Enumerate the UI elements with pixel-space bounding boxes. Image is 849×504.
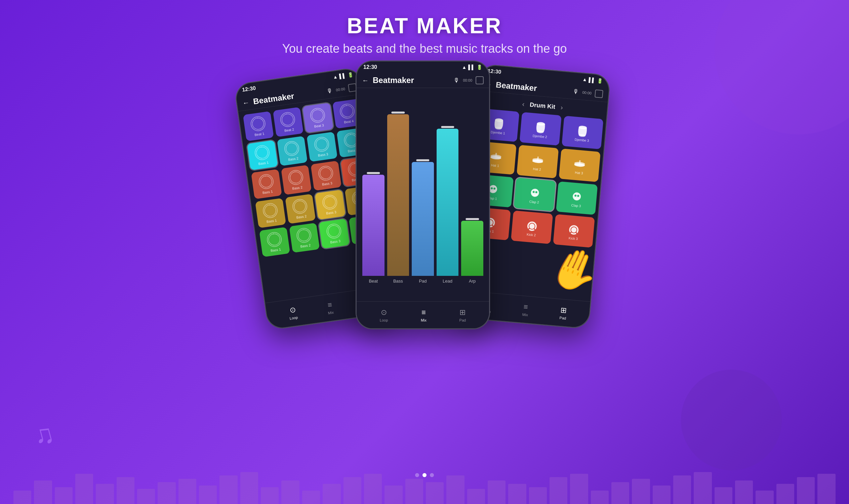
nav-loop-center[interactable]: ⊙ Loop (380, 308, 388, 322)
rec-button-right[interactable] (595, 89, 603, 98)
mix-label-pad: Pad (419, 278, 426, 284)
loop-label-nav: Loop (289, 315, 298, 320)
battery-icon-center: 🔋 (477, 65, 482, 70)
app-title-center: Beatmaker (373, 76, 454, 85)
mix-bar-lead[interactable] (437, 129, 459, 276)
mix-bar-arp[interactable] (461, 221, 483, 276)
drum-cell-hat2[interactable]: Hat 2 (517, 145, 559, 178)
mic-icon-center[interactable]: 🎙 (454, 77, 459, 84)
nav-mix-left[interactable]: ≡ Mix (326, 300, 334, 315)
loop-cell-bass2-3[interactable]: Bass 3 (311, 161, 341, 191)
pad-icon-nav-r: ⊞ (560, 305, 567, 314)
clap2-icon (528, 186, 542, 201)
wifi-icon-center: ▲ (462, 65, 466, 70)
nav-pad-right[interactable]: ⊞ Pad (559, 305, 567, 320)
mix-label-arp: Arp (469, 278, 476, 284)
mix-label-bass: Bass (393, 278, 403, 284)
mix-bar-pad[interactable] (412, 162, 434, 276)
page-subtitle: You create beats and the best music trac… (0, 42, 849, 56)
drum-cell-clap3[interactable]: Clap 3 (556, 181, 598, 215)
dot-2 (423, 473, 426, 477)
loop-cell-beat3[interactable]: Beat 3 (302, 103, 333, 133)
drum-cell-kick2[interactable]: Kick 2 (511, 210, 553, 244)
pad-label-nav-c: Pad (459, 318, 466, 322)
loop-label-bass4-2: Bass 2 (300, 243, 311, 248)
wifi-icon-right: ▲ (582, 77, 587, 82)
status-bar-center: 12:30 ▲ ▌▌ 🔋 (357, 61, 489, 73)
loop-icon-bass1-3 (313, 136, 330, 153)
back-button-center[interactable]: ← (362, 77, 369, 84)
battery-icon-right: 🔋 (597, 78, 603, 84)
mix-icon-nav-c: ≡ (422, 308, 426, 317)
status-icons-center: ▲ ▌▌ 🔋 (462, 65, 482, 70)
nav-loop-left[interactable]: ⊙ Loop (288, 305, 298, 320)
kit-next-button[interactable]: › (560, 104, 563, 111)
mix-handle-lead[interactable] (441, 126, 454, 128)
kick3-label: Kick 3 (568, 236, 578, 240)
djembe3-label: Djembe 3 (574, 138, 589, 142)
loop-cell-bass4-1[interactable]: Bass 1 (259, 227, 290, 257)
loop-cell-bass1-1[interactable]: Bass 1 (247, 140, 278, 170)
hat2-label: Hat 2 (533, 167, 541, 171)
phones-container: 12:30 ▲ ▌▌ 🔋 ← Beatmaker 🎙 00:00 (0, 60, 849, 329)
loop-label-bass1-1: Bass 1 (258, 161, 269, 166)
kick2-icon (525, 219, 539, 233)
nav-mix-center[interactable]: ≡ Mix (421, 308, 426, 322)
loop-cell-bass3-3[interactable]: Bass 3 (315, 190, 346, 220)
rec-button-center[interactable] (476, 76, 484, 84)
loop-cell-bass2-1[interactable]: Bass 1 (251, 169, 282, 199)
loop-cell-bass4-3[interactable]: Bass 3 (319, 219, 350, 249)
kit-prev-button[interactable]: ‹ (522, 100, 525, 108)
djembe2-icon (533, 120, 548, 135)
mix-handle-arp[interactable] (466, 218, 479, 220)
loop-icon-bass3-2 (292, 198, 308, 215)
mic-icon-right[interactable]: 🎙 (573, 88, 580, 95)
loop-icon-beat1 (250, 115, 267, 132)
mix-track-lead: Lead (437, 92, 459, 284)
loop-cell-beat2[interactable]: Beat 2 (272, 107, 303, 137)
loop-icon-bass1-2 (283, 140, 300, 157)
loop-icon-bass2-1 (258, 173, 275, 190)
mix-track-bass: Bass (387, 92, 409, 284)
loop-icon-nav: ⊙ (289, 305, 296, 315)
mic-icon-left[interactable]: 🎙 (326, 87, 333, 95)
drum-cell-clap2[interactable]: Clap 2 (514, 178, 556, 211)
page-dots-indicator (415, 473, 434, 477)
back-button-left[interactable]: ← (242, 98, 250, 107)
loop-label-bass1-3: Bass 3 (318, 152, 329, 157)
loop-cell-bass3-2[interactable]: Bass 2 (285, 194, 316, 224)
loop-cell-beat1[interactable]: Beat 1 (243, 111, 274, 142)
mix-label-nav-r: Mix (522, 312, 528, 317)
drum-cell-hat3[interactable]: Hat 3 (559, 148, 601, 182)
loop-cell-bass4-2[interactable]: Bass 2 (289, 223, 320, 253)
drum-cell-djembe3[interactable]: Djembe 3 (562, 115, 604, 149)
battery-icon: 🔋 (347, 72, 354, 78)
nav-pad-center[interactable]: ⊞ Pad (459, 308, 466, 322)
mix-handle-beat[interactable] (367, 172, 380, 174)
loop-cell-bass1-3[interactable]: Bass 3 (306, 132, 337, 162)
nav-mix-right[interactable]: ≡ Mix (522, 302, 529, 317)
mix-bar-beat[interactable] (362, 175, 385, 276)
loop-cell-bass2-2[interactable]: Bass 2 (281, 165, 312, 195)
kit-name: Drum Kit (529, 101, 555, 110)
app-bar-center: ← Beatmaker 🎙 00:00 (357, 73, 489, 88)
loop-cell-bass3-1[interactable]: Bass 1 (255, 198, 286, 228)
status-icons-left: ▲ ▌▌ 🔋 (333, 72, 354, 79)
drum-cell-djembe2[interactable]: Djembe 2 (519, 112, 562, 145)
app-actions-center: 🎙 00:00 (454, 76, 484, 84)
mix-bar-lead-container (437, 92, 459, 276)
time-display-right: 00:00 (582, 90, 591, 95)
loop-label-nav-c: Loop (380, 318, 388, 322)
loop-icon-bass4-2 (296, 227, 313, 244)
bottom-nav-center: ⊙ Loop ≡ Mix ⊞ Pad (357, 301, 489, 328)
mix-handle-bass[interactable] (392, 111, 405, 113)
status-time-center: 12:30 (363, 64, 377, 70)
mix-bar-bass[interactable] (387, 114, 409, 276)
mix-handle-pad[interactable] (416, 159, 429, 161)
loop-label-bass4-1: Bass 1 (270, 247, 281, 252)
clap3-icon (570, 190, 584, 204)
clap3-label: Clap 3 (571, 203, 581, 208)
loop-cell-bass1-2[interactable]: Bass 2 (277, 136, 307, 166)
loop-label-beat3: Beat 3 (314, 123, 324, 128)
page-title: BEAT MAKER (0, 14, 849, 38)
